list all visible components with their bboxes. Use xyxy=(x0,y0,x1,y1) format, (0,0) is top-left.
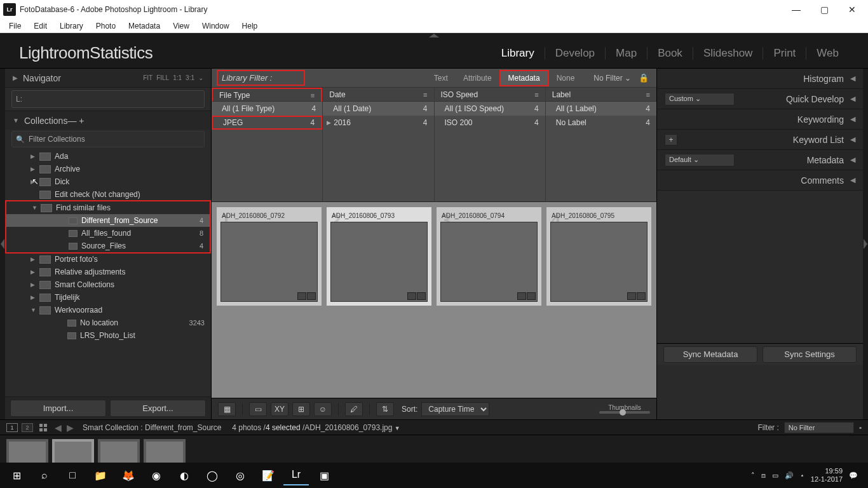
meta-column-header[interactable]: Label≡ xyxy=(546,88,656,102)
meta-row[interactable]: JPEG4 xyxy=(212,116,322,130)
minimize-button[interactable]: — xyxy=(790,4,803,15)
task-view-button[interactable]: □ xyxy=(60,465,85,485)
filter-tab-none[interactable]: None xyxy=(549,71,583,85)
app-icon-2[interactable]: ◯ xyxy=(200,465,225,485)
collection-find-similar-files[interactable]: ▼Find similar files xyxy=(6,201,210,214)
collection-source-files[interactable]: Source_Files4 xyxy=(6,240,210,252)
module-print[interactable]: Print xyxy=(763,47,806,60)
menu-help[interactable]: Help xyxy=(236,20,264,32)
secondary-monitor-button[interactable]: 2 xyxy=(22,423,33,432)
collections-header[interactable]: ▼ Collections — + xyxy=(5,111,211,130)
tray-dropbox-icon[interactable]: ⧈ xyxy=(761,471,766,480)
collection-different-from-source[interactable]: Different_from_Source4 xyxy=(6,214,210,227)
collections-plus-button[interactable]: + xyxy=(79,116,84,126)
zoom-3-1[interactable]: 3:1 xyxy=(186,74,194,81)
meta-row[interactable]: All (1 Date)4 xyxy=(323,102,433,116)
menu-view[interactable]: View xyxy=(166,20,196,32)
module-map[interactable]: Map xyxy=(606,47,648,60)
column-menu-icon[interactable]: ≡ xyxy=(534,91,538,98)
module-library[interactable]: Library xyxy=(491,47,545,60)
panel-preset-dropdown[interactable]: Default ⌄ xyxy=(665,154,735,166)
primary-monitor-button[interactable]: 1 xyxy=(6,423,18,432)
navigator-header[interactable]: ▶ Navigator FITFILL1:13:1⌄ xyxy=(5,69,211,88)
compare-view-button[interactable]: XY xyxy=(271,402,288,416)
meta-column-header[interactable]: Date≡ xyxy=(323,88,433,102)
menu-edit[interactable]: Edit xyxy=(27,20,53,32)
collection-portret-foto-s[interactable]: ▶Portret foto's xyxy=(5,253,211,266)
collection-smart-collections[interactable]: ▶Smart Collections xyxy=(5,278,211,291)
menu-window[interactable]: Window xyxy=(196,20,236,32)
column-menu-icon[interactable]: ≡ xyxy=(646,91,650,98)
meta-row[interactable]: All (1 ISO Speed)4 xyxy=(435,102,545,116)
thumbnail-size-slider[interactable]: Thumbnails xyxy=(599,404,650,414)
module-slideshow[interactable]: Slideshow xyxy=(693,47,764,60)
column-menu-icon[interactable]: ≡ xyxy=(311,92,315,99)
grid-icon[interactable] xyxy=(39,424,47,431)
tray-language-icon[interactable]: ⋆ xyxy=(800,471,804,480)
menu-library[interactable]: Library xyxy=(53,20,90,32)
sort-dropdown[interactable]: Capture Time xyxy=(421,402,489,416)
sync-metadata-button[interactable]: Sync Metadata xyxy=(663,346,757,363)
collection-relative-adjustments[interactable]: ▶Relative adjustments xyxy=(5,266,211,278)
left-panel-grip[interactable] xyxy=(0,69,5,419)
meta-column-header[interactable]: ISO Speed≡ xyxy=(435,88,545,102)
filter-preset-dropdown[interactable]: No Filter ⌄ xyxy=(593,74,631,83)
panel-comments[interactable]: Comments◀ xyxy=(657,170,863,191)
column-menu-icon[interactable]: ≡ xyxy=(423,91,427,98)
filter-tab-text[interactable]: Text xyxy=(426,71,456,85)
meta-row[interactable]: ▶20164 xyxy=(323,116,433,130)
sort-direction-button[interactable]: ⇅ xyxy=(376,402,394,416)
thumbnail-grid[interactable]: 1ADH_20160806_07922ADH_20160806_07933ADH… xyxy=(212,202,656,398)
filter-collections-input[interactable]: 🔍 Filter Collections xyxy=(11,131,205,147)
module-book[interactable]: Book xyxy=(648,47,693,60)
close-button[interactable]: ✕ xyxy=(846,4,858,15)
module-develop[interactable]: Develop xyxy=(545,47,606,60)
panel-preset-dropdown[interactable]: Custom ⌄ xyxy=(665,93,735,105)
identity-plate[interactable]: LightroomStatistics xyxy=(19,43,153,63)
collection-dick[interactable]: ▶Dick↖ xyxy=(5,175,211,188)
collection-werkvoorraad[interactable]: ▼Werkvoorraad xyxy=(5,304,211,316)
app-icon-4[interactable]: 📝 xyxy=(255,465,281,485)
breadcrumb[interactable]: Smart Collection : Different_from_Source… xyxy=(83,423,400,432)
panel-histogram[interactable]: Histogram◀ xyxy=(657,69,863,89)
collection-edit-check-not-changed-[interactable]: Edit check (Not changed) xyxy=(5,188,211,201)
zoom-FIT[interactable]: FIT xyxy=(143,74,153,81)
filmstrip-filter-dropdown[interactable]: No Filter xyxy=(784,422,854,433)
start-button[interactable]: ⊞ xyxy=(4,465,29,485)
maximize-button[interactable]: ▢ xyxy=(818,4,831,15)
painter-tool-button[interactable]: 🖊 xyxy=(345,402,363,416)
panel-metadata[interactable]: Default ⌄Metadata◀ xyxy=(657,150,863,170)
app-icon-3[interactable]: ◎ xyxy=(227,465,253,485)
collection-all-files-found[interactable]: All_files_found8 xyxy=(6,227,210,240)
meta-row[interactable]: All (1 Label)4 xyxy=(546,102,656,116)
panel-keyword-list[interactable]: +Keyword List◀ xyxy=(657,130,863,150)
add-keyword-button[interactable]: + xyxy=(665,134,677,146)
collection-tijdelijk[interactable]: ▶Tijdelijk xyxy=(5,291,211,304)
collection-no-location[interactable]: No location3243 xyxy=(5,316,211,329)
menu-photo[interactable]: Photo xyxy=(90,20,122,32)
meta-column-header[interactable]: File Type≡ xyxy=(212,88,322,102)
top-panel-grip[interactable] xyxy=(0,33,868,38)
zoom-FILL[interactable]: FILL xyxy=(156,74,169,81)
panel-quick-develop[interactable]: Custom ⌄Quick Develop◀ xyxy=(657,89,863,109)
tray-battery-icon[interactable]: ▭ xyxy=(772,471,778,480)
menu-file[interactable]: File xyxy=(3,20,27,32)
filter-lock-icon[interactable]: ▪ xyxy=(859,423,862,432)
meta-row[interactable]: ISO 2004 xyxy=(435,116,545,130)
import-button[interactable]: Import... xyxy=(10,400,106,417)
system-clock[interactable]: 19:5912-1-2017 xyxy=(811,467,843,484)
meta-row[interactable]: No Label4 xyxy=(546,116,656,130)
menu-metadata[interactable]: Metadata xyxy=(122,20,166,32)
grid-cell[interactable]: 2ADH_20160806_0793 xyxy=(327,207,431,306)
action-center-icon[interactable]: 💬 xyxy=(849,471,858,480)
export-button[interactable]: Export... xyxy=(110,400,206,417)
meta-row[interactable]: All (1 File Type)4 xyxy=(212,102,322,116)
module-web[interactable]: Web xyxy=(806,47,849,60)
search-button[interactable]: ⌕ xyxy=(32,465,57,485)
filter-tab-attribute[interactable]: Attribute xyxy=(456,71,499,85)
people-view-button[interactable]: ☺ xyxy=(314,402,332,416)
collection-ada[interactable]: ▶Ada xyxy=(5,150,211,163)
eclipse-icon[interactable]: ◐ xyxy=(172,465,197,485)
right-panel-grip[interactable] xyxy=(863,69,868,419)
app-icon-1[interactable]: ◉ xyxy=(144,465,169,485)
